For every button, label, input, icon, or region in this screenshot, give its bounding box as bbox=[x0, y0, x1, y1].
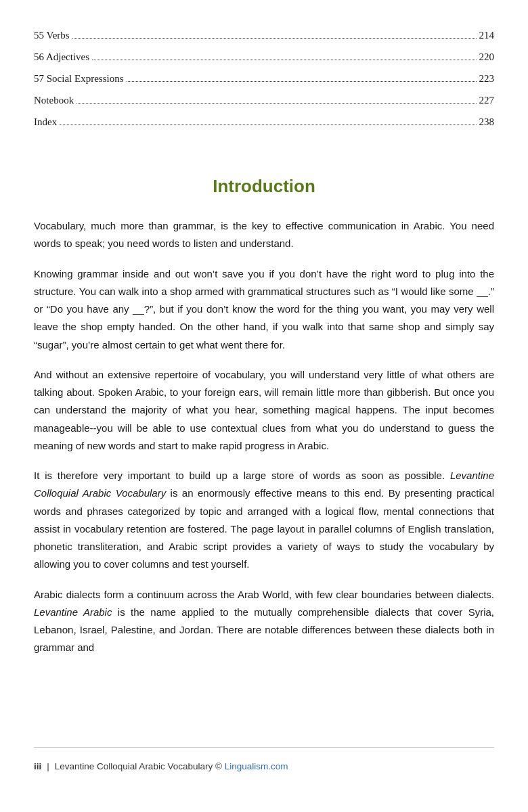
toc-dots-0 bbox=[72, 38, 477, 39]
toc-page-2: 223 bbox=[479, 70, 495, 87]
toc-entry-2: 57 Social Expressions 223 bbox=[34, 70, 494, 87]
toc-dots-2 bbox=[127, 81, 477, 82]
toc-label-3: Notebook bbox=[34, 92, 74, 108]
intro-section: Introduction Vocabulary, much more than … bbox=[34, 156, 494, 747]
toc-entry-4: Index 238 bbox=[34, 114, 494, 130]
toc-entry-1: 56 Adjectives 220 bbox=[34, 49, 494, 65]
toc-label-0: 55 Verbs bbox=[34, 27, 70, 43]
intro-paragraph-3: And without an extensive repertoire of v… bbox=[34, 366, 494, 455]
toc-dots-3 bbox=[76, 103, 476, 104]
intro-paragraph-4: It is therefore very important to build … bbox=[34, 467, 494, 574]
toc-label-1: 56 Adjectives bbox=[34, 49, 89, 65]
toc-section: 55 Verbs 214 56 Adjectives 220 57 Social… bbox=[34, 27, 494, 135]
toc-dots-4 bbox=[60, 125, 476, 125]
toc-label-2: 57 Social Expressions bbox=[34, 70, 124, 87]
footer-text: Levantine Colloquial Arabic Vocabulary ©… bbox=[55, 761, 288, 771]
toc-page-4: 238 bbox=[479, 114, 495, 130]
footer-separator: | bbox=[47, 761, 49, 771]
toc-entry-3: Notebook 227 bbox=[34, 92, 494, 108]
toc-page-0: 214 bbox=[479, 27, 495, 43]
toc-label-4: Index bbox=[34, 114, 57, 130]
intro-title: Introduction bbox=[34, 176, 494, 197]
footer-page-number: iii bbox=[34, 761, 41, 771]
toc-dots-1 bbox=[92, 60, 476, 60]
toc-entry-0: 55 Verbs 214 bbox=[34, 27, 494, 43]
toc-page-1: 220 bbox=[479, 49, 495, 65]
intro-paragraph-1: Vocabulary, much more than grammar, is t… bbox=[34, 217, 494, 253]
toc-page-3: 227 bbox=[479, 92, 495, 108]
footer: iii | Levantine Colloquial Arabic Vocabu… bbox=[34, 747, 494, 771]
intro-paragraph-2: Knowing grammar inside and out won’t sav… bbox=[34, 265, 494, 354]
intro-paragraph-5: Arabic dialects form a continuum across … bbox=[34, 586, 494, 657]
footer-link[interactable]: Lingualism.com bbox=[225, 761, 288, 771]
footer-book-title: Levantine Colloquial Arabic Vocabulary © bbox=[55, 761, 222, 771]
page: 55 Verbs 214 56 Adjectives 220 57 Social… bbox=[0, 0, 528, 812]
